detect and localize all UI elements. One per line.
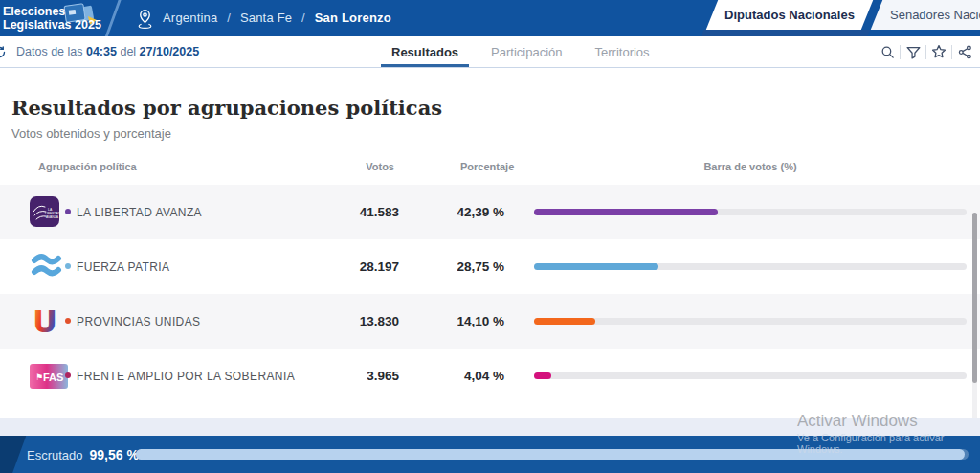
svg-text:FAS: FAS xyxy=(43,372,63,383)
party-votes: 3.965 xyxy=(316,369,399,383)
table-row[interactable]: ⚑ FAS FRENTE AMPLIO POR LA SOBERANIA 3.9… xyxy=(0,349,980,403)
app-logo-line1: Elecciones xyxy=(3,5,101,18)
svg-text:AVANZA: AVANZA xyxy=(46,215,59,219)
refresh-icon[interactable] xyxy=(0,45,7,63)
share-icon[interactable] xyxy=(952,41,977,62)
table-row[interactable]: FUERZA PATRIA 28.197 28,75 % xyxy=(0,239,980,294)
breadcrumb: Argentina / Santa Fe / San Lorenzo xyxy=(163,11,391,25)
tab-label: Territorios xyxy=(595,45,650,59)
party-color-bullet xyxy=(65,318,71,324)
star-icon[interactable] xyxy=(926,41,951,62)
party-votes: 13.830 xyxy=(316,314,399,328)
vote-bar-fill xyxy=(534,318,595,325)
svg-text:⚑: ⚑ xyxy=(35,372,43,382)
vote-bar-track xyxy=(534,209,967,215)
party-votes: 41.583 xyxy=(316,205,399,219)
vote-bar-track xyxy=(534,318,967,325)
vote-bar-track xyxy=(534,263,967,270)
toolbar-icons xyxy=(875,36,977,67)
escrutado-label: Escrutado99,56 % xyxy=(27,447,139,462)
table-header-row: Agrupación política Votos Porcentaje Bar… xyxy=(0,161,980,178)
escrutado-text: Escrutado xyxy=(27,448,83,462)
scrollbar-thumb[interactable] xyxy=(972,213,977,383)
escrutado-progress-track xyxy=(136,449,969,460)
escrutado-status-bar: Escrutado99,56 % xyxy=(0,436,980,473)
party-percentage: 4,04 % xyxy=(421,369,504,383)
tab-active-underline xyxy=(702,30,871,36)
vote-bar-fill xyxy=(534,263,658,270)
party-name: LA LIBERTAD AVANZA xyxy=(77,206,202,219)
party-votes: 28.197 xyxy=(316,259,399,274)
filter-icon[interactable] xyxy=(901,41,925,62)
party-color-bullet xyxy=(65,263,71,269)
party-results-table: LA LIBERTAD AVANZA LA LIBERTAD AVANZA 41… xyxy=(0,185,980,403)
party-color-bullet xyxy=(65,209,71,214)
breadcrumb-province[interactable]: Santa Fe xyxy=(240,11,292,25)
party-name: FRENTE AMPLIO POR LA SOBERANIA xyxy=(77,370,295,383)
tab-senadores-nacionales[interactable]: Senadores Nacionales xyxy=(877,0,980,30)
tab-diputados-nacionales[interactable]: Diputados Nacionales xyxy=(712,0,867,30)
top-navigation-bar: Elecciones Legislativas 2025 Argentina /… xyxy=(0,0,980,36)
svg-text:U: U xyxy=(33,305,57,338)
app-logo-line2: Legislativas 2025 xyxy=(3,18,101,32)
footer-corner-accent xyxy=(0,436,27,473)
escrutado-percentage: 99,56 % xyxy=(90,447,139,462)
diagonal-divider xyxy=(102,0,122,36)
location-pin-icon xyxy=(136,9,154,33)
table-row[interactable]: U PROVINCIAS UNIDAS 13.830 14,10 % xyxy=(0,294,980,349)
timestamp-prefix: Datos de las xyxy=(16,45,82,58)
timestamp-connector: del xyxy=(120,45,136,58)
tab-participacion[interactable]: Participación xyxy=(480,36,572,67)
tab-label: Diputados Nacionales xyxy=(712,0,867,30)
party-color-bullet xyxy=(65,372,71,378)
party-name: FUERZA PATRIA xyxy=(77,260,169,274)
section-tabs: Resultados Participación Territorios xyxy=(381,36,672,67)
column-header-percentage: Porcentaje xyxy=(460,161,514,172)
party-name: PROVINCIAS UNIDAS xyxy=(77,315,201,328)
vote-bar-fill xyxy=(534,209,718,215)
party-logo-provincias-unidas: U xyxy=(30,305,60,342)
page-title: Resultados por agrupaciones políticas xyxy=(11,96,442,120)
column-header-party: Agrupación política xyxy=(38,161,137,172)
vote-bar-track xyxy=(534,372,967,379)
tab-resultados[interactable]: Resultados xyxy=(381,36,469,67)
results-panel: Resultados por agrupaciones políticas Vo… xyxy=(0,69,980,418)
app-logo[interactable]: Elecciones Legislativas 2025 xyxy=(3,5,101,32)
breadcrumb-country[interactable]: Argentina xyxy=(163,11,217,25)
vote-bar-fill xyxy=(534,372,551,379)
timestamp-time: 04:35 xyxy=(86,45,117,58)
party-logo-frente-amplio: ⚑ FAS xyxy=(30,364,68,393)
breadcrumb-separator: / xyxy=(301,11,305,25)
tab-label: Resultados xyxy=(391,45,458,59)
breadcrumb-separator: / xyxy=(227,11,231,25)
party-percentage: 14,10 % xyxy=(421,314,504,328)
escrutado-progress-fill xyxy=(136,449,965,460)
party-logo-la-libertad-avanza: LA LIBERTAD AVANZA xyxy=(30,196,59,231)
column-header-bar: Barra de votos (%) xyxy=(534,161,967,172)
page-subtitle: Votos obtenidos y porcentaje xyxy=(11,126,171,141)
data-timestamp: Datos de las 04:35 del 27/10/2025 xyxy=(16,45,199,58)
party-logo-fuerza-patria xyxy=(30,251,62,285)
tab-label: Senadores Nacionales xyxy=(877,0,980,30)
secondary-toolbar: Datos de las 04:35 del 27/10/2025 Result… xyxy=(0,36,980,68)
search-icon[interactable] xyxy=(875,41,900,62)
tab-territorios[interactable]: Territorios xyxy=(585,36,660,67)
timestamp-date: 27/10/2025 xyxy=(140,45,200,58)
party-percentage: 28,75 % xyxy=(421,259,504,274)
table-row[interactable]: LA LIBERTAD AVANZA LA LIBERTAD AVANZA 41… xyxy=(0,185,980,239)
breadcrumb-department[interactable]: San Lorenzo xyxy=(315,11,391,25)
party-percentage: 42,39 % xyxy=(421,205,504,219)
column-header-votes: Votos xyxy=(311,161,394,172)
tab-label: Participación xyxy=(491,45,562,59)
footer-spacer-strip xyxy=(0,418,980,436)
